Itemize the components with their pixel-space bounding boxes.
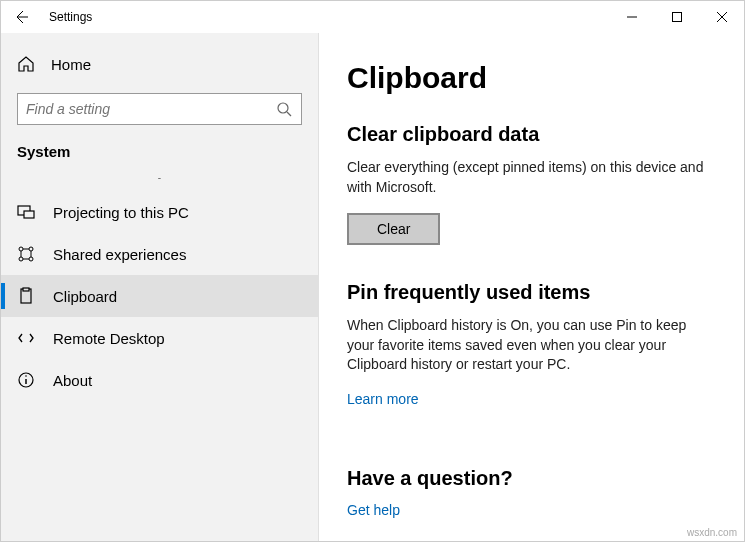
get-help-link[interactable]: Get help [347,502,400,518]
sidebar-item-label: About [53,372,92,389]
sidebar-item-label: Remote Desktop [53,330,165,347]
clipboard-icon [17,287,35,305]
search-icon [275,100,293,118]
sidebar-item-about[interactable]: About [1,359,318,401]
clear-section-title: Clear clipboard data [347,123,716,146]
back-button[interactable] [1,1,41,33]
sidebar-item-shared[interactable]: Shared experiences [1,233,318,275]
svg-line-5 [287,112,291,116]
sidebar-item-label: Shared experiences [53,246,186,263]
search-input[interactable] [17,93,302,125]
back-arrow-icon [12,8,30,26]
sidebar: Home System - Projecting to this PC Shar… [1,33,319,541]
svg-point-10 [19,257,23,261]
home-icon [17,55,35,73]
category-heading: System [1,143,318,172]
divider: - [1,172,318,191]
sidebar-item-projecting[interactable]: Projecting to this PC [1,191,318,233]
remote-icon [17,329,35,347]
pin-section-desc: When Clipboard history is On, you can us… [347,316,716,375]
svg-point-20 [25,375,27,377]
about-icon [17,371,35,389]
sidebar-item-label: Clipboard [53,288,117,305]
close-button[interactable] [699,1,744,33]
shared-icon [17,245,35,263]
window-controls [609,1,744,33]
svg-rect-7 [24,211,34,218]
titlebar: Settings [1,1,744,33]
svg-point-8 [19,247,23,251]
minimize-button[interactable] [609,1,654,33]
maximize-button[interactable] [654,1,699,33]
close-icon [717,12,727,22]
svg-point-4 [278,103,288,113]
home-label: Home [51,56,91,73]
svg-rect-17 [23,288,29,291]
pin-section-title: Pin frequently used items [347,281,716,304]
maximize-icon [672,12,682,22]
main-content: Clipboard Clear clipboard data Clear eve… [319,33,744,541]
home-button[interactable]: Home [1,45,318,83]
clear-button[interactable]: Clear [347,213,440,245]
sidebar-item-label: Projecting to this PC [53,204,189,221]
svg-point-11 [29,257,33,261]
window-title: Settings [41,10,92,24]
sidebar-item-remote[interactable]: Remote Desktop [1,317,318,359]
projecting-icon [17,203,35,221]
minimize-icon [627,12,637,22]
sidebar-item-clipboard[interactable]: Clipboard [1,275,318,317]
svg-point-9 [29,247,33,251]
svg-rect-1 [672,13,681,22]
search-field[interactable] [26,101,275,117]
learn-more-link[interactable]: Learn more [347,391,419,407]
watermark: wsxdn.com [687,527,737,538]
clear-section-desc: Clear everything (except pinned items) o… [347,158,716,197]
page-title: Clipboard [347,61,716,95]
question-title: Have a question? [347,467,716,490]
